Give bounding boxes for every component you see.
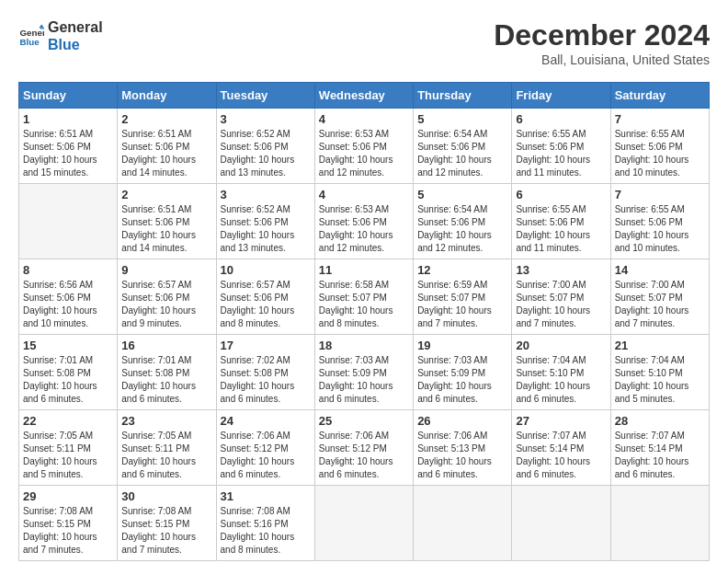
- day-info: Sunrise: 7:03 AMSunset: 5:09 PMDaylight:…: [319, 354, 409, 406]
- table-row: 8Sunrise: 6:56 AMSunset: 5:06 PMDaylight…: [19, 259, 118, 335]
- day-number: 25: [319, 414, 409, 428]
- day-info: Sunrise: 6:51 AMSunset: 5:06 PMDaylight:…: [23, 128, 113, 179]
- col-monday: Monday: [118, 83, 216, 109]
- day-number: 16: [121, 339, 211, 352]
- day-number: 10: [221, 263, 311, 277]
- table-row: [610, 486, 709, 561]
- day-info: Sunrise: 6:53 AMSunset: 5:06 PMDaylight:…: [319, 128, 409, 179]
- day-info: Sunrise: 7:05 AMSunset: 5:11 PMDaylight:…: [121, 430, 211, 481]
- table-row: 26Sunrise: 7:06 AMSunset: 5:13 PMDayligh…: [414, 410, 512, 486]
- calendar-header-row: Sunday Monday Tuesday Wednesday Thursday…: [19, 83, 710, 109]
- day-number: 22: [23, 414, 113, 428]
- day-number: 24: [221, 414, 311, 428]
- day-number: 1: [23, 112, 113, 126]
- calendar-week-2: 2Sunrise: 6:51 AMSunset: 5:06 PMDaylight…: [19, 184, 710, 259]
- day-info: Sunrise: 7:02 AMSunset: 5:08 PMDaylight:…: [221, 354, 311, 406]
- day-number: 13: [516, 263, 606, 277]
- day-info: Sunrise: 6:55 AMSunset: 5:06 PMDaylight:…: [615, 203, 705, 255]
- table-row: 1Sunrise: 6:51 AMSunset: 5:06 PMDaylight…: [19, 109, 118, 184]
- table-row: 23Sunrise: 7:05 AMSunset: 5:11 PMDayligh…: [118, 410, 216, 486]
- table-row: 3Sunrise: 6:52 AMSunset: 5:06 PMDaylight…: [216, 184, 314, 259]
- day-info: Sunrise: 6:53 AMSunset: 5:06 PMDaylight:…: [319, 203, 409, 255]
- day-number: 3: [221, 188, 311, 201]
- day-info: Sunrise: 7:04 AMSunset: 5:10 PMDaylight:…: [615, 354, 705, 406]
- day-number: 3: [221, 112, 311, 126]
- calendar-week-3: 8Sunrise: 6:56 AMSunset: 5:06 PMDaylight…: [19, 259, 710, 335]
- table-row: 31Sunrise: 7:08 AMSunset: 5:16 PMDayligh…: [216, 486, 314, 561]
- day-number: 28: [615, 414, 705, 428]
- table-row: 16Sunrise: 7:01 AMSunset: 5:08 PMDayligh…: [118, 335, 216, 410]
- table-row: 5Sunrise: 6:54 AMSunset: 5:06 PMDaylight…: [414, 109, 512, 184]
- table-row: 30Sunrise: 7:08 AMSunset: 5:15 PMDayligh…: [118, 486, 216, 561]
- day-info: Sunrise: 6:59 AMSunset: 5:07 PMDaylight:…: [417, 279, 507, 330]
- calendar-week-6: 29Sunrise: 7:08 AMSunset: 5:15 PMDayligh…: [19, 486, 710, 561]
- col-friday: Friday: [512, 83, 610, 109]
- day-info: Sunrise: 7:06 AMSunset: 5:13 PMDaylight:…: [417, 430, 507, 481]
- day-info: Sunrise: 7:00 AMSunset: 5:07 PMDaylight:…: [516, 279, 606, 330]
- table-row: 21Sunrise: 7:04 AMSunset: 5:10 PMDayligh…: [610, 335, 709, 410]
- day-info: Sunrise: 6:55 AMSunset: 5:06 PMDaylight:…: [516, 128, 606, 179]
- table-row: 28Sunrise: 7:07 AMSunset: 5:14 PMDayligh…: [610, 410, 709, 486]
- table-row: [314, 486, 413, 561]
- table-row: [512, 486, 610, 561]
- day-info: Sunrise: 6:56 AMSunset: 5:06 PMDaylight:…: [23, 279, 113, 330]
- table-row: 6Sunrise: 6:55 AMSunset: 5:06 PMDaylight…: [512, 109, 610, 184]
- page-header: General Blue General Blue December 2024 …: [18, 18, 710, 67]
- day-number: 26: [417, 414, 507, 428]
- day-number: 29: [23, 489, 113, 503]
- table-row: 29Sunrise: 7:08 AMSunset: 5:15 PMDayligh…: [19, 486, 118, 561]
- day-info: Sunrise: 6:58 AMSunset: 5:07 PMDaylight:…: [319, 279, 409, 330]
- table-row: 24Sunrise: 7:06 AMSunset: 5:12 PMDayligh…: [216, 410, 314, 486]
- col-thursday: Thursday: [414, 83, 512, 109]
- calendar-week-4: 15Sunrise: 7:01 AMSunset: 5:08 PMDayligh…: [19, 335, 710, 410]
- col-saturday: Saturday: [610, 83, 709, 109]
- table-row: 18Sunrise: 7:03 AMSunset: 5:09 PMDayligh…: [314, 335, 413, 410]
- calendar-week-5: 22Sunrise: 7:05 AMSunset: 5:11 PMDayligh…: [19, 410, 710, 486]
- table-row: [414, 486, 512, 561]
- day-info: Sunrise: 7:01 AMSunset: 5:08 PMDaylight:…: [121, 354, 211, 406]
- day-number: 6: [516, 112, 606, 126]
- table-row: 5Sunrise: 6:54 AMSunset: 5:06 PMDaylight…: [414, 184, 512, 259]
- col-sunday: Sunday: [19, 83, 118, 109]
- day-info: Sunrise: 7:04 AMSunset: 5:10 PMDaylight:…: [516, 354, 606, 406]
- table-row: 4Sunrise: 6:53 AMSunset: 5:06 PMDaylight…: [314, 109, 413, 184]
- day-info: Sunrise: 6:54 AMSunset: 5:06 PMDaylight:…: [417, 128, 507, 179]
- day-number: 2: [121, 188, 211, 201]
- day-info: Sunrise: 7:05 AMSunset: 5:11 PMDaylight:…: [23, 430, 113, 481]
- svg-text:Blue: Blue: [19, 37, 40, 47]
- day-number: 20: [516, 339, 606, 352]
- day-number: 17: [221, 339, 311, 352]
- title-area: December 2024 Ball, Louisiana, United St…: [494, 18, 710, 67]
- day-info: Sunrise: 7:08 AMSunset: 5:15 PMDaylight:…: [23, 505, 113, 557]
- table-row: 11Sunrise: 6:58 AMSunset: 5:07 PMDayligh…: [314, 259, 413, 335]
- calendar-week-1: 1Sunrise: 6:51 AMSunset: 5:06 PMDaylight…: [19, 109, 710, 184]
- logo: General Blue General Blue: [18, 18, 103, 53]
- day-info: Sunrise: 6:52 AMSunset: 5:06 PMDaylight:…: [221, 203, 311, 255]
- logo-text-general: General: [48, 18, 103, 36]
- table-row: 7Sunrise: 6:55 AMSunset: 5:06 PMDaylight…: [610, 184, 709, 259]
- day-number: 7: [615, 188, 705, 201]
- day-number: 12: [417, 263, 507, 277]
- day-info: Sunrise: 7:06 AMSunset: 5:12 PMDaylight:…: [319, 430, 409, 481]
- day-number: 11: [319, 263, 409, 277]
- day-number: 9: [121, 263, 211, 277]
- table-row: 17Sunrise: 7:02 AMSunset: 5:08 PMDayligh…: [216, 335, 314, 410]
- day-info: Sunrise: 7:03 AMSunset: 5:09 PMDaylight:…: [417, 354, 507, 406]
- table-row: 13Sunrise: 7:00 AMSunset: 5:07 PMDayligh…: [512, 259, 610, 335]
- day-info: Sunrise: 7:07 AMSunset: 5:14 PMDaylight:…: [516, 430, 606, 481]
- day-number: 31: [221, 489, 311, 503]
- table-row: 2Sunrise: 6:51 AMSunset: 5:06 PMDaylight…: [118, 109, 216, 184]
- table-row: 2Sunrise: 6:51 AMSunset: 5:06 PMDaylight…: [118, 184, 216, 259]
- table-row: 22Sunrise: 7:05 AMSunset: 5:11 PMDayligh…: [19, 410, 118, 486]
- day-number: 15: [23, 339, 113, 352]
- day-info: Sunrise: 7:06 AMSunset: 5:12 PMDaylight:…: [221, 430, 311, 481]
- day-info: Sunrise: 7:07 AMSunset: 5:14 PMDaylight:…: [615, 430, 705, 481]
- day-number: 4: [319, 112, 409, 126]
- day-info: Sunrise: 7:08 AMSunset: 5:16 PMDaylight:…: [221, 505, 311, 557]
- table-row: 14Sunrise: 7:00 AMSunset: 5:07 PMDayligh…: [610, 259, 709, 335]
- day-info: Sunrise: 6:54 AMSunset: 5:06 PMDaylight:…: [417, 203, 507, 255]
- table-row: 10Sunrise: 6:57 AMSunset: 5:06 PMDayligh…: [216, 259, 314, 335]
- page-title: December 2024: [494, 18, 710, 52]
- logo-icon: General Blue: [18, 23, 44, 49]
- day-number: 5: [417, 112, 507, 126]
